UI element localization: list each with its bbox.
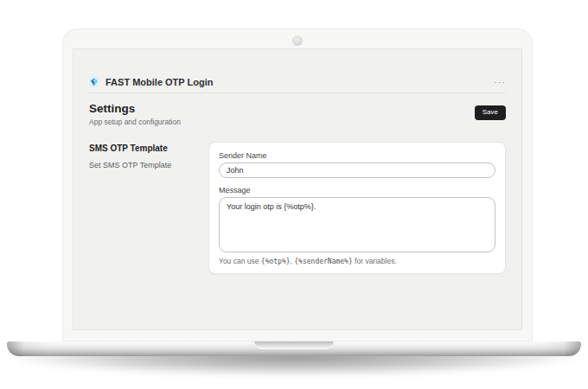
page-header: Settings App setup and configuration Sav…	[74, 93, 521, 126]
save-button[interactable]: Save	[475, 105, 506, 120]
template-card: Sender Name Message Your login otp is {%…	[208, 142, 506, 274]
message-textarea[interactable]: Your login otp is {%otp%}.	[219, 197, 495, 252]
sender-name-field: Sender Name	[219, 151, 495, 178]
laptop-base	[7, 341, 581, 356]
message-field: Message Your login otp is {%otp%}.	[219, 186, 495, 252]
laptop-bezel: FAST Mobile OTP Login ··· Settings App s…	[62, 29, 533, 341]
hint-suffix: for variables.	[353, 257, 397, 265]
laptop-hinge-notch	[254, 341, 334, 349]
more-menu-icon[interactable]: ···	[495, 77, 507, 88]
page-heading-block: Settings App setup and configuration	[89, 102, 181, 126]
hint-text: You can use	[219, 257, 261, 265]
page-title: Settings	[89, 102, 181, 115]
app-logo-icon	[89, 77, 99, 87]
sendername-variable-token: {%senderName%}	[294, 258, 352, 265]
message-label: Message	[219, 186, 495, 194]
section-title: SMS OTP Template	[89, 143, 195, 153]
page-subtitle: App setup and configuration	[89, 118, 181, 126]
sender-name-input[interactable]	[219, 163, 495, 178]
sender-name-label: Sender Name	[219, 151, 495, 160]
section-description: Set SMS OTP Template	[89, 161, 195, 169]
otp-variable-token: {%otp%}	[261, 258, 291, 265]
stage: FAST Mobile OTP Login ··· Settings App s…	[0, 0, 588, 389]
app-title: FAST Mobile OTP Login	[105, 77, 213, 87]
webcam-icon	[292, 35, 303, 46]
variables-hint: You can use {%otp%}, {%senderName%} for …	[219, 257, 495, 265]
app-header: FAST Mobile OTP Login ···	[89, 73, 506, 93]
settings-section: SMS OTP Template Set SMS OTP Template Se…	[74, 142, 521, 274]
section-label-block: SMS OTP Template Set SMS OTP Template	[89, 142, 195, 169]
app-window: FAST Mobile OTP Login ··· Settings App s…	[73, 48, 522, 330]
